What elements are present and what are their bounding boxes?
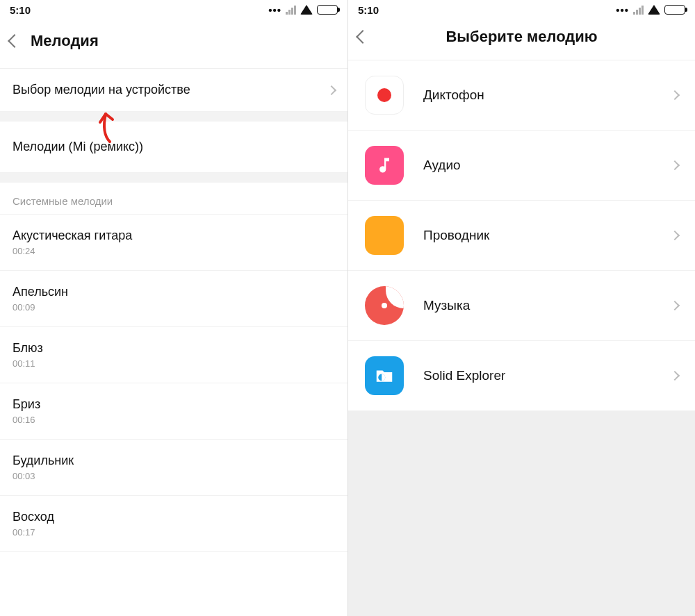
wifi-icon — [300, 5, 313, 15]
app-row-audio[interactable]: Аудио — [348, 131, 695, 201]
chevron-right-icon — [670, 90, 680, 100]
ringtone-name: Акустическая гитара — [13, 228, 335, 243]
app-label: Диктофон — [423, 88, 652, 103]
signal-icon — [633, 6, 644, 15]
ringtone-duration: 00:03 — [13, 471, 335, 481]
system-ringtones-header: Системные мелодии — [0, 183, 348, 215]
section-gap — [0, 173, 348, 183]
more-icon: ••• — [616, 4, 629, 16]
chevron-right-icon — [670, 160, 680, 170]
ringtone-duration: 00:24 — [13, 246, 335, 256]
signal-icon — [286, 6, 296, 15]
ringtone-name: Апельсин — [13, 285, 335, 299]
phone-left: 5:10 ••• Мелодия Выбор мелодии на устрой… — [0, 0, 348, 616]
status-bar: 5:10 ••• — [0, 0, 348, 19]
recorder-icon — [365, 76, 404, 115]
solid-explorer-icon — [365, 356, 404, 395]
ringtone-duration: 00:17 — [13, 527, 335, 538]
ringtone-name: Блюз — [13, 341, 335, 356]
app-label: Проводник — [423, 228, 652, 243]
chevron-right-icon — [670, 301, 680, 310]
app-row-solid-explorer[interactable]: Solid Explorer — [348, 341, 695, 411]
mi-remix-label: Мелодии (Mi (ремикс)) — [13, 140, 335, 154]
wifi-icon — [648, 5, 660, 15]
files-icon — [365, 216, 404, 255]
ringtone-row[interactable]: Будильник 00:03 — [0, 440, 348, 496]
audio-icon — [365, 146, 404, 185]
ringtone-row[interactable]: Апельсин 00:09 — [0, 271, 348, 327]
phone-right: 5:10 ••• Выберите мелодию Диктофон Аудио — [348, 0, 695, 616]
ringtone-row[interactable]: Блюз 00:11 — [0, 327, 348, 383]
ringtone-name: Бриз — [13, 397, 335, 412]
mi-remix-row[interactable]: Мелодии (Mi (ремикс)) — [0, 122, 348, 173]
ringtone-duration: 00:11 — [13, 358, 335, 369]
app-row-recorder[interactable]: Диктофон — [348, 60, 695, 131]
chevron-right-icon — [670, 231, 680, 240]
app-row-music[interactable]: Музыка — [348, 271, 695, 341]
status-icons: ••• — [616, 4, 685, 16]
music-icon — [365, 286, 404, 325]
status-bar: 5:10 ••• — [348, 0, 695, 19]
app-label: Музыка — [423, 298, 652, 313]
titlebar: Мелодия — [0, 19, 348, 69]
page-title: Мелодия — [31, 32, 99, 50]
back-icon[interactable] — [8, 34, 22, 48]
page-title: Выберите мелодию — [348, 28, 695, 46]
ringtone-duration: 00:16 — [13, 415, 335, 425]
ringtone-duration: 00:09 — [13, 302, 335, 313]
app-label: Solid Explorer — [423, 368, 652, 383]
chevron-right-icon — [327, 85, 336, 94]
status-icons: ••• — [268, 4, 338, 16]
ringtone-row[interactable]: Восход 00:17 — [0, 496, 348, 552]
choose-on-device-label: Выбор мелодии на устройстве — [13, 83, 328, 97]
battery-icon — [317, 5, 338, 15]
more-icon: ••• — [268, 4, 281, 16]
status-time: 5:10 — [358, 4, 379, 16]
choose-on-device-row[interactable]: Выбор мелодии на устройстве — [0, 69, 348, 112]
battery-icon — [664, 5, 685, 15]
section-gap — [0, 112, 348, 122]
ringtone-row[interactable]: Акустическая гитара 00:24 — [0, 215, 348, 271]
app-label: Аудио — [423, 158, 652, 173]
ringtone-row[interactable]: Бриз 00:16 — [0, 383, 348, 440]
ringtone-name: Восход — [13, 510, 335, 524]
status-time: 5:10 — [10, 4, 31, 16]
chevron-right-icon — [670, 371, 680, 381]
ringtone-name: Будильник — [13, 453, 335, 468]
app-row-files[interactable]: Проводник — [348, 201, 695, 271]
titlebar: Выберите мелодию — [348, 19, 695, 60]
